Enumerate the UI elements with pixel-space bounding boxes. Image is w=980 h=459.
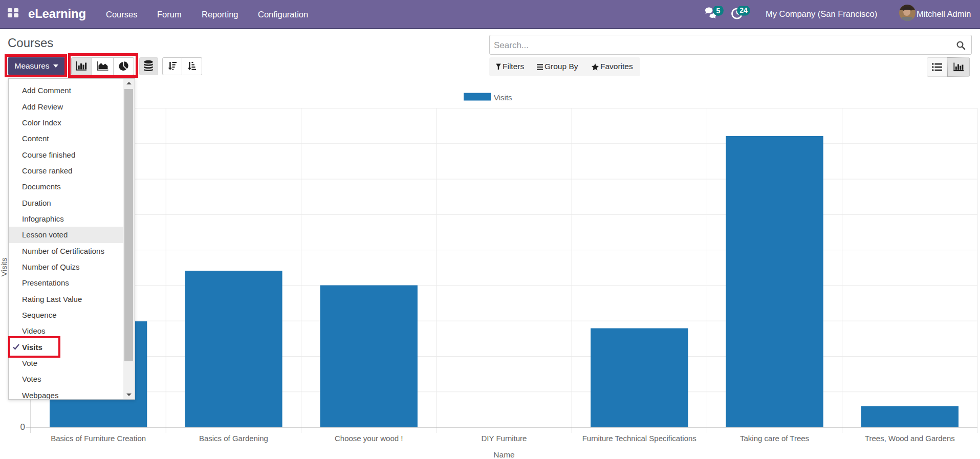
svg-text:Trees, Wood and Gardens: Trees, Wood and Gardens <box>865 434 955 443</box>
svg-text:Basics of Gardening: Basics of Gardening <box>199 434 268 443</box>
svg-text:5: 5 <box>716 7 721 15</box>
svg-text:Name: Name <box>493 450 514 459</box>
svg-text:Choose your wood !: Choose your wood ! <box>335 434 403 443</box>
svg-text:Taking care of Trees: Taking care of Trees <box>740 434 809 443</box>
svg-text:Visits: Visits <box>0 257 8 276</box>
svg-text:DIY Furniture: DIY Furniture <box>482 434 527 443</box>
svg-text:Basics of Furniture Creation: Basics of Furniture Creation <box>51 434 146 443</box>
svg-text:24: 24 <box>739 6 748 14</box>
svg-text:0: 0 <box>20 422 25 432</box>
svg-text:Visits: Visits <box>494 93 512 102</box>
svg-text:Furniture Technical Specificat: Furniture Technical Specifications <box>582 434 696 443</box>
